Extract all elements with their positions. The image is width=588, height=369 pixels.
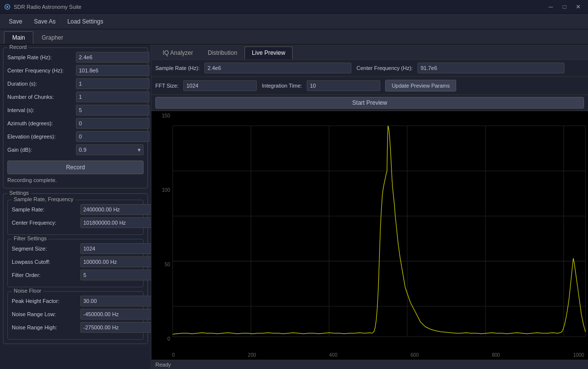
interval-label: Interval (s): (7, 107, 76, 113)
num-chunks-input[interactable] (76, 92, 149, 102)
lowpass-cutoff-row: Lowpass Cutoff: (12, 256, 139, 267)
segment-size-input[interactable] (80, 243, 151, 254)
elevation-row: Elevation (degrees): (7, 131, 144, 142)
record-button[interactable]: Record (7, 161, 144, 174)
statusbar: Ready (151, 360, 588, 369)
azimuth-label: Azimuth (degrees): (7, 120, 76, 126)
sample-freq-title: Sample Rate, Frequency (12, 196, 75, 202)
integration-input[interactable] (307, 80, 380, 91)
azimuth-input[interactable] (76, 118, 149, 129)
preview-center-freq-input[interactable] (417, 63, 564, 73)
start-preview-button[interactable]: Start Preview (155, 97, 584, 109)
peak-height-input[interactable] (80, 296, 151, 306)
close-button[interactable]: ✕ (572, 2, 584, 12)
params-row-2: FFT Size: Integration Time: Update Previ… (151, 77, 588, 95)
num-chunks-row: Number of Chunks: (7, 92, 144, 102)
peak-height-row: Peak Height Factor: (12, 296, 139, 306)
filter-settings-group: Filter Settings Segment Size: Lowpass Cu… (7, 239, 144, 287)
noise-floor-title: Noise Floor (12, 288, 43, 294)
record-group: Record Sample Rate (Hz): Center Frequenc… (3, 47, 148, 188)
tab-iq-analyzer[interactable]: IQ Analyzer (155, 46, 200, 59)
sample-rate-label: Sample Rate (Hz): (7, 54, 76, 60)
tab-live-preview[interactable]: Live Preview (245, 46, 293, 59)
svg-point-1 (6, 6, 8, 8)
lowpass-cutoff-label: Lowpass Cutoff: (12, 259, 80, 265)
main-tabbar: Main Grapher (0, 29, 588, 45)
sample-rate-row: Sample Rate (Hz): (7, 52, 144, 63)
noise-high-label: Noise Range High: (12, 324, 80, 330)
settings-sample-rate-label: Sample Rate: (12, 207, 80, 212)
right-panel: IQ Analyzer Distribution Live Preview Sa… (151, 45, 588, 369)
left-panel: Record Sample Rate (Hz): Center Frequenc… (0, 45, 151, 369)
save-as-button[interactable]: Save As (29, 16, 60, 27)
record-group-title: Record (7, 45, 28, 50)
x-label-0: 0 (172, 352, 175, 358)
duration-label: Duration (s): (7, 81, 76, 87)
params-row-1: Sample Rate (Hz): Center Frequency (Hz): (151, 60, 588, 77)
noise-low-row: Noise Range Low: (12, 309, 139, 320)
settings-center-freq-input[interactable] (80, 217, 151, 228)
x-label-1000: 1000 (573, 352, 584, 358)
settings-sample-rate-row: Sample Rate: (12, 204, 139, 215)
load-settings-button[interactable]: Load Settings (62, 16, 108, 27)
x-label-600: 600 (411, 352, 419, 358)
filter-order-label: Filter Order: (12, 272, 80, 278)
app-icon (4, 3, 11, 10)
titlebar: SDR Radio Astronomy Suite ─ □ ✕ (0, 0, 588, 14)
x-label-800: 800 (492, 352, 500, 358)
interval-row: Interval (s): (7, 105, 144, 115)
status-text: Ready (155, 362, 171, 368)
segment-size-label: Segment Size: (12, 246, 80, 252)
x-label-200: 200 (248, 352, 256, 358)
tab-grapher[interactable]: Grapher (33, 31, 72, 44)
gain-label: Gain (dB): (7, 147, 76, 153)
gain-row: Gain (dB): ▼ (7, 144, 144, 155)
lowpass-cutoff-input[interactable] (80, 256, 151, 267)
gain-dropdown-icon: ▼ (137, 147, 142, 153)
app-title: SDR Radio Astronomy Suite (14, 4, 81, 10)
tab-distribution[interactable]: Distribution (200, 46, 245, 59)
noise-high-row: Noise Range High: (12, 322, 139, 333)
start-preview-row: Start Preview (151, 95, 588, 111)
noise-high-input[interactable] (80, 322, 151, 333)
preview-sample-rate-label: Sample Rate (Hz): (155, 65, 199, 71)
noise-floor-group: Noise Floor Peak Height Factor: Noise Ra… (7, 291, 144, 340)
num-chunks-label: Number of Chunks: (7, 94, 76, 100)
elevation-label: Elevation (degrees): (7, 134, 76, 139)
settings-center-freq-label: Center Frequency: (12, 220, 80, 226)
minimize-button[interactable]: ─ (545, 2, 557, 12)
preview-center-freq-label: Center Frequency (Hz): (356, 65, 413, 71)
settings-group: Settings Sample Rate, Frequency Sample R… (3, 193, 148, 344)
fft-size-label: FFT Size: (155, 83, 178, 89)
titlebar-controls: ─ □ ✕ (545, 2, 584, 12)
tab-main[interactable]: Main (4, 31, 33, 44)
spectrum-chart (151, 111, 588, 351)
titlebar-left: SDR Radio Astronomy Suite (4, 3, 81, 10)
recording-status: Recording complete. (7, 176, 144, 184)
peak-height-label: Peak Height Factor: (12, 298, 80, 304)
interval-input[interactable] (76, 105, 149, 115)
content-area: Record Sample Rate (Hz): Center Frequenc… (0, 45, 588, 369)
update-preview-params-button[interactable]: Update Preview Params (385, 80, 456, 92)
duration-input[interactable] (76, 78, 149, 89)
settings-center-freq-row: Center Frequency: (12, 217, 139, 228)
inner-tabbar: IQ Analyzer Distribution Live Preview (151, 45, 588, 60)
filter-order-input[interactable] (80, 270, 151, 280)
fft-size-input[interactable] (183, 80, 257, 91)
noise-low-input[interactable] (80, 309, 151, 320)
x-axis-labels: 0 200 400 600 800 1000 (151, 351, 588, 360)
settings-sample-rate-input[interactable] (80, 204, 151, 215)
maximize-button[interactable]: □ (559, 2, 570, 12)
elevation-input[interactable] (76, 131, 149, 142)
duration-row: Duration (s): (7, 78, 144, 89)
save-button[interactable]: Save (4, 16, 27, 27)
center-freq-input[interactable] (76, 65, 149, 76)
center-freq-row: Center Frequency (Hz): (7, 65, 144, 76)
sample-freq-group: Sample Rate, Frequency Sample Rate: Cent… (7, 200, 144, 235)
gain-input[interactable] (76, 144, 144, 155)
noise-low-label: Noise Range Low: (12, 311, 80, 317)
azimuth-row: Azimuth (degrees): (7, 118, 144, 129)
sample-rate-input[interactable] (76, 52, 149, 63)
preview-sample-rate-input[interactable] (204, 63, 351, 73)
filter-settings-title: Filter Settings (12, 235, 49, 241)
